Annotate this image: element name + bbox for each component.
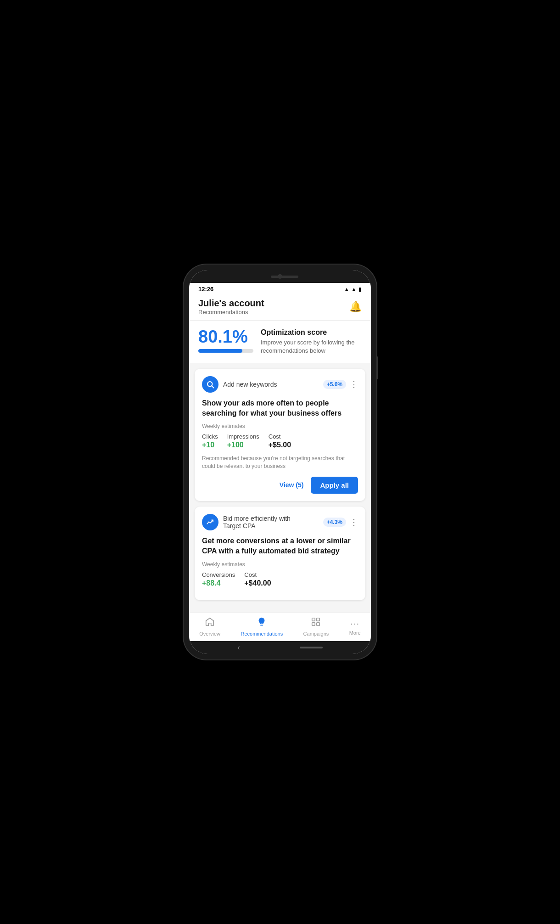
phone-device: 12:26 ▲ ▲ ▮ Julie's account Recommendati… — [184, 265, 376, 659]
status-time: 12:26 — [198, 286, 213, 293]
card-1-stat-cost: Cost +$5.00 — [269, 433, 291, 449]
nav-item-recommendations[interactable]: Recommendations — [241, 617, 283, 637]
more-icon: ··· — [350, 618, 359, 629]
nav-label-campaigns: Campaigns — [303, 631, 329, 637]
home-pill[interactable] — [300, 647, 323, 648]
notch-speaker — [271, 276, 298, 278]
search-icon-circle — [202, 376, 218, 393]
status-bar: 12:26 ▲ ▲ ▮ — [189, 283, 371, 294]
card-2-weekly-label: Weekly estimates — [202, 561, 358, 568]
battery-icon: ▮ — [358, 286, 362, 293]
overview-icon — [205, 617, 215, 630]
bottom-nav: Overview Recommendations — [189, 613, 371, 641]
card-1-header: Add new keywords +5.6% ⋮ — [202, 376, 358, 393]
nav-label-overview: Overview — [199, 631, 220, 637]
stat-value-cost: +$5.00 — [269, 441, 291, 449]
phone-bottom-bar: ‹ — [189, 641, 371, 654]
notch-camera — [278, 274, 282, 279]
opt-score-title: Optimization score — [261, 328, 362, 337]
opt-score-left: 80.1% — [198, 328, 253, 353]
recommendation-card-2: Bid more efficiently with Target CPA +4.… — [195, 507, 365, 600]
svg-rect-4 — [312, 623, 315, 625]
stat-label-conversions: Conversions — [202, 571, 235, 578]
card-1-stat-impressions: Impressions +100 — [227, 433, 259, 449]
card-2-header: Bid more efficiently with Target CPA +4.… — [202, 514, 358, 530]
card-2-stats-row: Conversions +88.4 Cost +$40.00 — [202, 571, 358, 587]
svg-rect-3 — [317, 618, 319, 621]
app-header: Julie's account Recommendations 🔔 — [189, 294, 371, 321]
card-2-header-left: Bid more efficiently with Target CPA — [202, 514, 291, 530]
nav-item-campaigns[interactable]: Campaigns — [303, 617, 329, 637]
apply-all-button[interactable]: Apply all — [311, 477, 358, 494]
nav-label-more: More — [349, 630, 361, 636]
signal-icon: ▲ — [351, 286, 357, 293]
phone-side-button — [376, 356, 378, 379]
card-1-header-left: Add new keywords — [202, 376, 277, 393]
card-2-title: Bid more efficiently with Target CPA — [223, 515, 291, 530]
card-2-score-badge: +4.3% — [323, 518, 346, 527]
card-1-weekly-label: Weekly estimates — [202, 423, 358, 429]
card-1-reason: Recommended because you're not targeting… — [202, 455, 358, 470]
progress-bar-container — [198, 349, 253, 353]
opt-score-right: Optimization score Improve your score by… — [261, 328, 362, 355]
stat-label-impressions: Impressions — [227, 433, 259, 440]
opt-score-description: Improve your score by following the reco… — [261, 338, 362, 355]
cards-container: Add new keywords +5.6% ⋮ Show your ads m… — [189, 363, 371, 606]
scroll-content[interactable]: 80.1% Optimization score Improve your sc… — [189, 321, 371, 613]
stat-label-clicks: Clicks — [202, 433, 218, 440]
svg-line-1 — [212, 386, 213, 388]
campaigns-icon — [311, 617, 321, 630]
card-1-more-button[interactable]: ⋮ — [350, 380, 358, 389]
card-2-header-right: +4.3% ⋮ — [323, 518, 358, 527]
stat-label-cost: Cost — [269, 433, 291, 440]
card-1-stat-clicks: Clicks +10 — [202, 433, 218, 449]
card-1-title: Add new keywords — [223, 381, 277, 388]
nav-item-more[interactable]: ··· More — [349, 618, 361, 636]
card-1-stats-row: Clicks +10 Impressions +100 Cost +$5.00 — [202, 433, 358, 449]
card-1-score-badge: +5.6% — [323, 380, 346, 389]
stat-value-impressions: +100 — [227, 441, 259, 449]
card-2-more-button[interactable]: ⋮ — [350, 518, 358, 526]
bell-icon[interactable]: 🔔 — [349, 301, 362, 313]
card-2-stat-conversions: Conversions +88.4 — [202, 571, 235, 587]
stat-value-cost-2: +$40.00 — [244, 579, 271, 587]
wifi-icon: ▲ — [344, 286, 349, 293]
svg-rect-5 — [317, 623, 319, 625]
status-icons: ▲ ▲ ▮ — [344, 286, 362, 293]
card-1-header-right: +5.6% ⋮ — [323, 380, 358, 389]
card-2-main-title: Get more conversions at a lower or simil… — [202, 536, 358, 557]
nav-label-recommendations: Recommendations — [241, 631, 283, 637]
recommendation-card-1: Add new keywords +5.6% ⋮ Show your ads m… — [195, 369, 365, 501]
trend-icon-circle — [202, 514, 218, 530]
card-1-main-title: Show your ads more often to people searc… — [202, 398, 358, 419]
view-button[interactable]: View (5) — [278, 478, 306, 492]
header-title: Julie's account — [198, 298, 264, 309]
back-button[interactable]: ‹ — [237, 643, 240, 652]
optimization-score-section: 80.1% Optimization score Improve your sc… — [189, 321, 371, 363]
svg-rect-2 — [312, 618, 315, 621]
recommendations-icon — [257, 617, 267, 630]
card-1-actions: View (5) Apply all — [202, 477, 358, 494]
stat-label-cost-2: Cost — [244, 571, 271, 578]
header-subtitle: Recommendations — [198, 309, 264, 316]
card-2-stat-cost: Cost +$40.00 — [244, 571, 271, 587]
header-text: Julie's account Recommendations — [198, 298, 264, 316]
stat-value-conversions: +88.4 — [202, 579, 235, 587]
opt-score-value: 80.1% — [198, 328, 248, 345]
progress-bar-fill — [198, 349, 242, 353]
nav-item-overview[interactable]: Overview — [199, 617, 220, 637]
phone-screen: 12:26 ▲ ▲ ▮ Julie's account Recommendati… — [189, 270, 371, 654]
phone-notch — [189, 270, 371, 283]
stat-value-clicks: +10 — [202, 441, 218, 449]
